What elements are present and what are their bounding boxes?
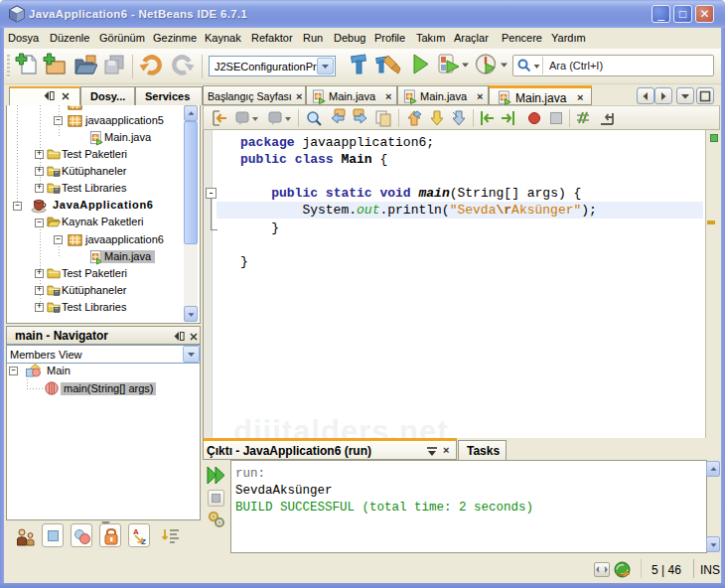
- svg-text:A: A: [133, 527, 139, 536]
